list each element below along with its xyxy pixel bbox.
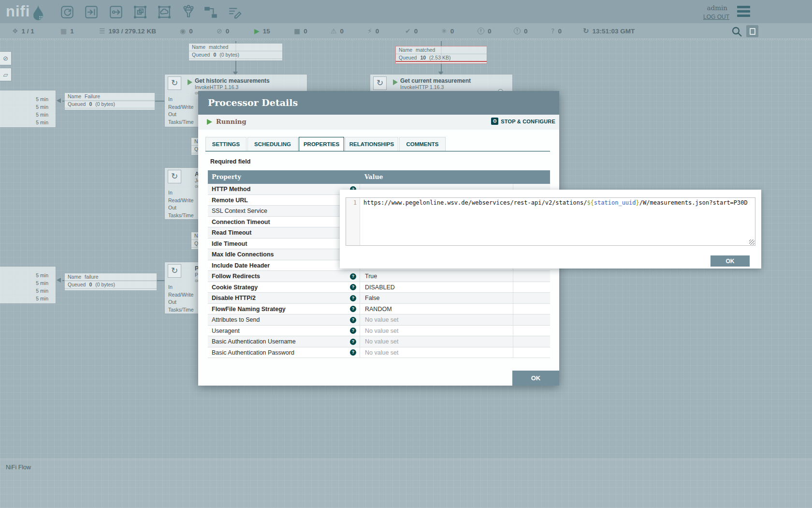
property-value: No value set <box>365 316 398 323</box>
note-panel-icon[interactable] <box>746 25 758 37</box>
property-row[interactable]: Basic Authentication Username ? No value… <box>208 336 550 347</box>
breadcrumb[interactable]: NiFi Flow <box>6 464 31 471</box>
run-status-strip: Running ⚙ STOP & CONFIGURE <box>198 115 559 130</box>
tab[interactable]: COMMENTS <box>399 137 446 151</box>
status-value: 0 <box>524 28 528 35</box>
help-icon[interactable]: ? <box>350 295 356 301</box>
status-value: 0 <box>414 28 418 35</box>
stale-icon: ↑ <box>478 28 484 34</box>
status-item: ✳ 0 <box>441 23 454 39</box>
property-row[interactable]: Basic Authentication Password ? No value… <box>208 347 550 359</box>
tab[interactable]: RELATIONSHIPS <box>345 137 398 151</box>
property-row-extra <box>513 282 550 293</box>
process-group-icon[interactable] <box>132 4 148 20</box>
property-row-extra <box>513 271 550 282</box>
help-icon[interactable]: ? <box>350 273 356 280</box>
template-icon[interactable] <box>203 4 218 20</box>
canvas-disable-icon[interactable]: ⊘ <box>0 51 12 65</box>
processor-stats-times: 5 min5 min 5 min5 min <box>36 271 48 302</box>
connection-label-matched[interactable]: Namematched Queued0(0 bytes) <box>188 43 283 61</box>
app-toolbar: nifi admin LOG OUT <box>0 0 812 23</box>
status-item: ? 0 <box>551 23 562 39</box>
nifi-logo-text: nifi <box>6 2 30 21</box>
stopped-icon: ■ <box>294 28 300 34</box>
status-value: 0 <box>226 28 230 35</box>
property-value: False <box>365 295 380 301</box>
el-open: ${ <box>587 199 594 206</box>
output-port-icon[interactable] <box>108 4 124 20</box>
locally-modified-stale-icon: ! <box>514 28 521 34</box>
tab[interactable]: SCHEDULING <box>247 137 298 151</box>
help-icon[interactable]: ? <box>350 328 356 334</box>
property-row[interactable]: Useragent ? No value set <box>208 326 550 337</box>
processor-icon[interactable] <box>59 4 75 20</box>
label-icon[interactable] <box>227 4 243 20</box>
dialog-ok-button[interactable]: OK <box>512 371 559 386</box>
remote-process-group-icon[interactable] <box>157 4 172 20</box>
status-value: 1 <box>70 28 74 35</box>
global-menu-icon[interactable] <box>737 6 750 19</box>
property-name: Basic Authentication Username <box>212 338 296 345</box>
status-item: ⊘ 0 <box>217 23 229 39</box>
status-value: 15 <box>263 28 270 35</box>
property-row[interactable]: FlowFile Naming Strategy ? RANDOM <box>208 304 550 315</box>
status-item: ■ 0 <box>294 23 307 39</box>
active-threads-icon: ▦ <box>60 28 67 34</box>
property-row-extra <box>513 336 550 347</box>
status-value: 193 / 279.12 KB <box>109 28 156 35</box>
property-value: RANDOM <box>365 306 392 313</box>
el-close: } <box>636 199 639 206</box>
dialog-tabs: SETTINGS SCHEDULING PROPERTIES RELATIONS… <box>205 137 446 151</box>
help-icon[interactable]: ? <box>350 349 356 356</box>
status-value: 0 <box>376 28 379 35</box>
status-value: 0 <box>450 28 454 35</box>
editor-ok-button[interactable]: OK <box>710 255 750 267</box>
logout-link[interactable]: LOG OUT <box>703 14 729 20</box>
tab-label: PROPERTIES <box>304 141 339 147</box>
canvas-tag-icon[interactable]: ▱ <box>0 68 12 81</box>
property-row[interactable]: Attributes to Send ? No value set <box>208 314 550 326</box>
help-icon[interactable]: ? <box>350 339 356 345</box>
property-name: Basic Authentication Password <box>212 349 294 356</box>
search-icon[interactable] <box>731 26 742 37</box>
processor-stats-labels: InRead/Write OutTasks/Time <box>168 189 194 219</box>
stop-and-configure-button[interactable]: ⚙ STOP & CONFIGURE <box>491 118 555 125</box>
running-indicator-icon <box>188 79 192 85</box>
connection-label-failure-bottom[interactable]: Namefailure Queued0(0 bytes) <box>64 273 157 291</box>
locally-modified-icon: ✳ <box>441 28 447 34</box>
processor-title: Get current measurement <box>400 77 471 84</box>
sync-failure-icon: ? <box>551 28 554 34</box>
value-editor-textarea[interactable]: 1 https://www.pegelonline.wsv.de/webserv… <box>346 197 755 246</box>
invokehttp-icon: ↻ <box>373 76 387 90</box>
running-icon: ▶ <box>254 28 260 34</box>
help-icon[interactable]: ? <box>350 284 356 290</box>
status-item: ❖ 1 / 1 <box>12 23 34 39</box>
property-row[interactable]: Follow Redirects ? True <box>208 271 550 282</box>
help-icon[interactable]: ? <box>350 317 356 323</box>
property-row[interactable]: Cookie Strategy ? DISABLED <box>208 282 550 293</box>
editor-code-line[interactable]: https://www.pegelonline.wsv.de/webservic… <box>363 199 753 206</box>
connection-label-failure[interactable]: NameFailure Queued0(0 bytes) <box>64 92 155 110</box>
status-value: 1 / 1 <box>22 28 34 35</box>
status-item: ↑ 0 <box>478 23 492 39</box>
processor-left-bottom[interactable]: 5 min5 min 5 min5 min <box>0 266 56 304</box>
canvas-footer: NiFi Flow <box>0 459 812 508</box>
processor-left-top[interactable]: 5 min5 min 5 min5 min <box>0 90 56 128</box>
funnel-icon[interactable] <box>181 4 196 20</box>
input-port-icon[interactable] <box>84 4 99 20</box>
status-item: ⚠ 0 <box>331 23 344 39</box>
property-value: True <box>365 273 377 280</box>
status-value: 0 <box>304 28 307 35</box>
status-value: 0 <box>558 28 562 35</box>
tab[interactable]: PROPERTIES <box>299 137 344 151</box>
status-item: ⚡ 0 <box>367 23 379 39</box>
dialog-header: Processor Details <box>198 91 559 115</box>
tab[interactable]: SETTINGS <box>205 137 246 151</box>
property-row[interactable]: Disable HTTP/2 ? False <box>208 293 550 304</box>
connection-label-matched-alert[interactable]: Namematched Queued10(2.53 KB) <box>395 46 487 64</box>
help-icon[interactable]: ? <box>350 306 356 312</box>
property-name: Disable HTTP/2 <box>212 295 256 301</box>
status-item: ◉ 0 <box>180 23 193 39</box>
property-name: Follow Redirects <box>212 273 260 280</box>
resize-handle[interactable] <box>749 239 754 245</box>
